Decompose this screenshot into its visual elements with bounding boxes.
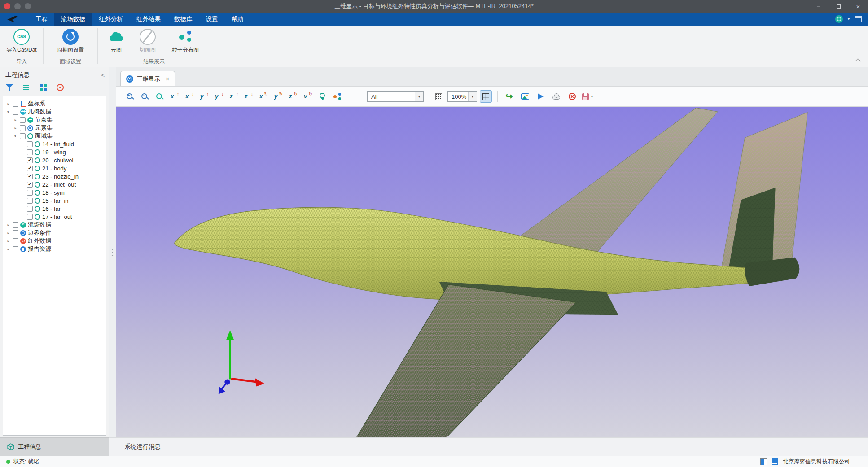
- menu-tab-help[interactable]: 帮助: [225, 13, 250, 26]
- tree-checkbox[interactable]: [13, 222, 18, 228]
- tree-checkbox[interactable]: [13, 101, 18, 107]
- tree-checkbox[interactable]: [27, 166, 33, 171]
- tree-checkbox[interactable]: [27, 149, 33, 155]
- tree-item[interactable]: ▸15 - far_in: [3, 196, 106, 205]
- tree-checkbox[interactable]: [27, 190, 33, 196]
- quick-access-button[interactable]: [835, 15, 843, 23]
- tree-checkbox[interactable]: [13, 246, 18, 252]
- probe-pin-button[interactable]: [316, 90, 329, 103]
- particle-distribution-button[interactable]: 粒子分布图: [165, 29, 206, 54]
- tree-expander-icon[interactable]: ▸: [6, 231, 11, 235]
- tree-item[interactable]: ▸23 - nozzle_in: [3, 172, 106, 180]
- view-x-pos-button[interactable]: x↑: [168, 90, 180, 103]
- titlebar-red-button[interactable]: [4, 3, 10, 9]
- tree-item[interactable]: ▸17 - far_out: [3, 213, 106, 221]
- tree-item[interactable]: ▸14 - int_fluid: [3, 140, 106, 148]
- window-split-icon[interactable]: [760, 458, 767, 465]
- ribbon-collapse-button[interactable]: [855, 58, 861, 64]
- menu-tab-flow-data[interactable]: 流场数据: [54, 13, 92, 26]
- tree-item[interactable]: ▸几何数据: [3, 108, 106, 116]
- tree-item[interactable]: ▸坐标系: [3, 100, 106, 108]
- tree-checkbox[interactable]: [27, 174, 33, 179]
- tree-checkbox[interactable]: [27, 141, 33, 147]
- menu-tab-ir-analysis[interactable]: 红外分析: [92, 13, 130, 26]
- filter-icon[interactable]: [5, 83, 13, 92]
- tree-item[interactable]: ▸节点集: [3, 116, 106, 124]
- tree-item[interactable]: ▸边界条件: [3, 229, 106, 237]
- dropdown-arrow-icon[interactable]: ▼: [468, 92, 477, 101]
- view-y-pos-button[interactable]: y↑: [198, 90, 210, 103]
- tree-item[interactable]: ▸流场数据: [3, 221, 106, 229]
- tree-checkbox[interactable]: [27, 182, 33, 188]
- dropdown-arrow-icon[interactable]: ▼: [415, 92, 423, 101]
- tree-item[interactable]: ▸20 - chuiwei: [3, 156, 106, 164]
- tree-item[interactable]: ▸22 - inlet_out: [3, 180, 106, 188]
- view-y-neg-button[interactable]: y↓: [213, 90, 225, 103]
- rotate-free-button[interactable]: v↻: [302, 90, 314, 103]
- menu-tab-database[interactable]: 数据库: [167, 13, 199, 26]
- menu-tab-engineering[interactable]: 工程: [29, 13, 54, 26]
- smooth-shade-button[interactable]: [550, 90, 562, 103]
- tree-expander-icon[interactable]: ▸: [6, 247, 11, 251]
- cloud-contour-button[interactable]: 云图: [102, 29, 131, 54]
- dropdown-caret-icon[interactable]: ▼: [847, 17, 850, 21]
- import-cas-dat-button[interactable]: cas 导入Cas/Dat: [6, 29, 36, 54]
- rotate-y-button[interactable]: y↻: [272, 90, 284, 103]
- snapshot-button[interactable]: [519, 90, 531, 103]
- locate-target-icon[interactable]: [57, 84, 64, 91]
- tree-checkbox[interactable]: [27, 206, 33, 212]
- tree-checkbox[interactable]: [13, 109, 18, 115]
- tree-item[interactable]: ▸18 - sym: [3, 188, 106, 196]
- export-button[interactable]: ↪: [503, 90, 515, 103]
- docked-panel-tab[interactable]: 工程信息: [0, 437, 109, 456]
- tree-checkbox[interactable]: [13, 238, 18, 244]
- zoom-in-button[interactable]: +: [124, 90, 136, 103]
- tree-checkbox[interactable]: [20, 117, 26, 123]
- tree-checkbox[interactable]: [13, 230, 18, 236]
- grid-toggle-button[interactable]: [480, 90, 492, 103]
- tree-expander-icon[interactable]: ▸: [6, 223, 11, 227]
- tree-checkbox[interactable]: [20, 125, 26, 131]
- save-view-button[interactable]: ▼: [582, 90, 594, 103]
- zoom-level-select[interactable]: 100% ▼: [447, 91, 477, 102]
- tree-item[interactable]: ▸红外数据: [3, 237, 106, 245]
- tree-expander-icon[interactable]: ▸: [12, 133, 18, 139]
- tree-item[interactable]: ▸面域集: [3, 132, 106, 140]
- tree-expander-icon[interactable]: ▸: [13, 126, 18, 130]
- tab-3d-display[interactable]: 三维显示 ×: [120, 71, 175, 86]
- tree-expander-icon[interactable]: ▸: [13, 118, 18, 122]
- particle-points-button[interactable]: [331, 90, 343, 103]
- tree-item[interactable]: ▸16 - far: [3, 205, 106, 213]
- tree-item[interactable]: ▸21 - body: [3, 164, 106, 172]
- view-x-neg-button[interactable]: x↓: [183, 90, 195, 103]
- view-z-pos-button[interactable]: z↑: [228, 90, 240, 103]
- tab-close-icon[interactable]: ×: [166, 75, 169, 83]
- halftone-button[interactable]: [433, 90, 445, 103]
- mirror-view-button[interactable]: [535, 90, 547, 103]
- maximize-button[interactable]: [829, 0, 848, 13]
- tree-expander-icon[interactable]: ▸: [5, 109, 11, 115]
- window-layout-icon[interactable]: [772, 458, 778, 465]
- display-filter-select[interactable]: All ▼: [367, 91, 424, 102]
- tree-expander-icon[interactable]: ▸: [6, 102, 11, 106]
- window-style-button[interactable]: [855, 16, 862, 22]
- list-view-icon[interactable]: [22, 83, 31, 92]
- panel-splitter[interactable]: [109, 67, 116, 437]
- tree-item[interactable]: ▸报告资源: [3, 245, 106, 253]
- menu-tab-ir-results[interactable]: 红外结果: [130, 13, 167, 26]
- rotate-x-button[interactable]: x↻: [257, 90, 269, 103]
- periodic-face-button[interactable]: 周期面设置: [57, 29, 84, 54]
- zoom-out-button[interactable]: −: [139, 90, 151, 103]
- clear-display-button[interactable]: [566, 90, 578, 103]
- rotate-z-button[interactable]: z↻: [287, 90, 299, 103]
- tree-checkbox[interactable]: [20, 133, 26, 139]
- grid-view-icon[interactable]: [39, 83, 48, 92]
- close-button[interactable]: ×: [848, 0, 868, 13]
- minimize-button[interactable]: −: [809, 0, 829, 13]
- dropdown-caret-icon[interactable]: ▼: [590, 95, 594, 99]
- titlebar-button-1[interactable]: [14, 3, 21, 9]
- titlebar-button-2[interactable]: [25, 3, 31, 9]
- zoom-window-button[interactable]: [153, 90, 166, 103]
- tree-checkbox[interactable]: [27, 198, 33, 204]
- panel-collapse-button[interactable]: <: [101, 72, 105, 79]
